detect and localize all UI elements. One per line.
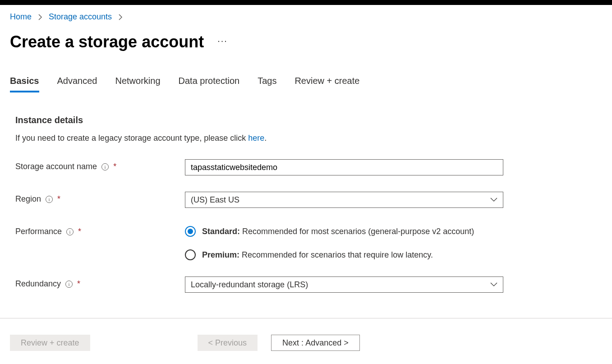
- redundancy-select[interactable]: Locally-redundant storage (LRS): [185, 276, 503, 293]
- chevron-right-icon: [118, 14, 123, 20]
- review-create-button[interactable]: Review + create: [10, 335, 90, 351]
- storage-account-name-input[interactable]: [185, 159, 503, 175]
- label-region: Region: [15, 194, 41, 204]
- breadcrumb-home[interactable]: Home: [10, 12, 32, 22]
- required-indicator: *: [57, 194, 60, 204]
- legacy-link[interactable]: here: [248, 134, 264, 143]
- info-icon[interactable]: i: [101, 163, 109, 170]
- info-icon[interactable]: i: [66, 228, 74, 235]
- previous-button[interactable]: < Previous: [198, 335, 258, 351]
- performance-standard-radio[interactable]: Standard: Recommended for most scenarios…: [185, 226, 503, 237]
- required-indicator: *: [113, 162, 116, 171]
- radio-label: Standard: Recommended for most scenarios…: [202, 227, 474, 236]
- required-indicator: *: [78, 227, 81, 236]
- breadcrumb-storage-accounts[interactable]: Storage accounts: [49, 12, 112, 22]
- label-redundancy: Redundancy: [15, 279, 61, 289]
- footer-actions: Review + create < Previous Next : Advanc…: [0, 318, 612, 355]
- section-heading-instance-details: Instance details: [15, 115, 602, 125]
- chevron-down-icon: [490, 198, 497, 202]
- radio-icon: [185, 249, 196, 260]
- label-performance: Performance: [15, 227, 62, 236]
- chevron-down-icon: [490, 282, 497, 287]
- tab-advanced[interactable]: Advanced: [57, 76, 97, 92]
- info-icon[interactable]: i: [65, 281, 73, 288]
- breadcrumb: Home Storage accounts: [10, 5, 602, 22]
- info-icon[interactable]: i: [46, 196, 53, 203]
- tab-networking[interactable]: Networking: [115, 76, 160, 92]
- tab-basics[interactable]: Basics: [10, 76, 39, 92]
- radio-label: Premium: Recommended for scenarios that …: [202, 250, 433, 260]
- page-title: Create a storage account: [10, 32, 204, 51]
- top-header-bar: [0, 0, 612, 5]
- tabs: Basics Advanced Networking Data protecti…: [10, 76, 602, 92]
- legacy-text-prefix: If you need to create a legacy storage a…: [15, 134, 248, 143]
- tab-data-protection[interactable]: Data protection: [179, 76, 240, 92]
- more-actions-icon[interactable]: ···: [217, 36, 228, 49]
- tab-tags[interactable]: Tags: [258, 76, 276, 92]
- region-select[interactable]: (US) East US: [185, 192, 503, 208]
- performance-premium-radio[interactable]: Premium: Recommended for scenarios that …: [185, 249, 503, 260]
- region-select-value: (US) East US: [191, 195, 239, 205]
- tab-review-create[interactable]: Review + create: [294, 76, 359, 92]
- redundancy-select-value: Locally-redundant storage (LRS): [191, 280, 308, 290]
- required-indicator: *: [77, 279, 80, 289]
- section-description: If you need to create a legacy storage a…: [15, 134, 602, 143]
- chevron-right-icon: [38, 14, 42, 20]
- label-storage-account-name: Storage account name: [15, 162, 97, 171]
- radio-icon: [185, 226, 196, 237]
- legacy-text-suffix: .: [264, 134, 267, 143]
- next-advanced-button[interactable]: Next : Advanced >: [271, 335, 360, 351]
